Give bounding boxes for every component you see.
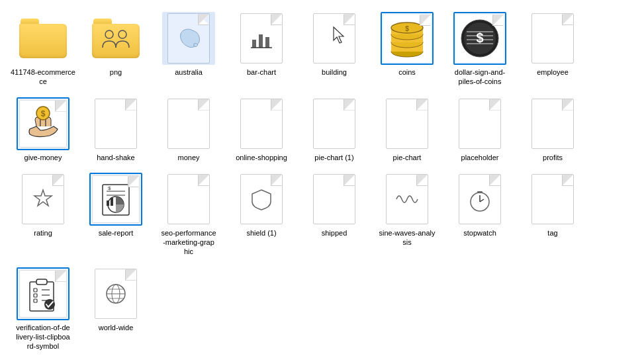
stopwatch-icon [468, 186, 492, 212]
file-label: seo-performance -marketing-grap hic [161, 228, 216, 257]
svg-rect-3 [259, 34, 263, 48]
file-item-seo-performance[interactable]: seo-performance -marketing-grap hic [152, 167, 225, 262]
file-label: sine-waves-analy sis [379, 228, 436, 247]
svg-rect-28 [107, 200, 109, 206]
file-item-shield-1[interactable]: shield (1) [225, 167, 298, 243]
file-label: bar-chart [247, 67, 276, 77]
sale-report-icon: $ [96, 179, 136, 219]
sine-waves-icon [395, 187, 419, 211]
svg-text:$: $ [405, 25, 409, 32]
file-label: tag [547, 228, 557, 238]
file-item-stopwatch[interactable]: stopwatch [443, 167, 516, 243]
file-item-australia[interactable]: australia [152, 7, 225, 82]
file-item-hand-shake[interactable]: hand-shake [79, 92, 152, 167]
file-label: stopwatch [463, 228, 496, 238]
rating-icon [31, 187, 55, 211]
svg-text:$: $ [476, 30, 483, 45]
file-label: pie-chart [393, 153, 422, 162]
file-label: png [110, 67, 122, 77]
file-item-pie-chart-1[interactable]: pie-chart (1) [298, 92, 371, 167]
png-folder-icon [100, 28, 132, 54]
shield-icon [250, 187, 273, 211]
svg-rect-4 [265, 37, 269, 48]
svg-text:$: $ [108, 185, 111, 191]
file-item-tag[interactable]: tag [516, 167, 589, 243]
file-item-world-wide[interactable]: world-wide [79, 262, 152, 337]
file-item-give-money[interactable]: $ give-money [7, 92, 79, 167]
file-label: 411748-ecommerce ce [10, 67, 76, 87]
file-label: employee [537, 67, 569, 77]
world-wide-icon [104, 282, 128, 306]
file-label: profits [543, 153, 563, 162]
file-item-employee[interactable]: employee [516, 7, 589, 82]
dollar-sign-coins-icon: $ [459, 17, 501, 60]
file-item-bar-chart[interactable]: bar-chart [225, 7, 298, 82]
file-item-rating[interactable]: rating [7, 167, 79, 243]
file-label: sale-report [99, 228, 134, 238]
file-label: australia [175, 67, 203, 77]
file-item-verification[interactable]: verification-of-de livery-list-clipboa r… [7, 262, 79, 356]
svg-rect-29 [111, 198, 113, 206]
file-label: shield (1) [246, 228, 276, 238]
verification-icon [23, 274, 63, 314]
file-label: world-wide [99, 323, 134, 332]
file-item-profits[interactable]: profits [516, 92, 589, 167]
file-label: hand-shake [97, 153, 135, 162]
file-item-placeholder[interactable]: placeholder [443, 92, 516, 167]
svg-rect-2 [252, 40, 256, 48]
file-item-money[interactable]: money [152, 92, 225, 167]
file-item-shipped[interactable]: shipped [298, 167, 371, 243]
file-label: rating [34, 228, 52, 238]
coins-icon: $ [386, 17, 428, 60]
file-item-coins[interactable]: $ coins [371, 7, 443, 82]
file-label: online-shopping [236, 153, 287, 162]
file-grid: 411748-ecommerce ce png [7, 7, 637, 356]
file-label: dollar-sign-and- piles-of-coins [447, 67, 513, 87]
file-item-png[interactable]: png [79, 7, 152, 82]
bar-chart-icon [250, 26, 273, 50]
file-item-sine-waves-analysis[interactable]: sine-waves-analy sis [371, 167, 443, 253]
file-item-building[interactable]: building [298, 7, 371, 82]
australia-map-icon [174, 24, 203, 53]
give-money-icon: $ [23, 104, 63, 144]
svg-line-32 [480, 199, 484, 202]
svg-rect-36 [36, 279, 47, 285]
file-item-online-shopping[interactable]: online-shopping [225, 92, 298, 167]
file-label: give-money [24, 153, 62, 162]
file-item-dollar-sign-piles-coins[interactable]: $ dollar-sign-and- piles-of-coins [443, 7, 516, 92]
file-label: pie-chart (1) [314, 153, 353, 162]
file-label: building [322, 67, 347, 77]
file-label: money [177, 153, 199, 162]
file-label: coins [398, 67, 416, 77]
svg-text:$: $ [41, 109, 46, 118]
svg-point-0 [105, 30, 113, 38]
file-item-411748-ecommerce[interactable]: 411748-ecommerce ce [7, 7, 79, 92]
file-label: placeholder [461, 153, 499, 162]
file-item-sale-report[interactable]: $ sale-report [79, 167, 152, 243]
file-item-pie-chart[interactable]: pie-chart [371, 92, 443, 167]
cursor-icon [332, 26, 345, 44]
svg-point-1 [118, 30, 126, 38]
file-label: verification-of-de livery-list-clipboa r… [16, 323, 69, 351]
file-label: shipped [322, 228, 347, 238]
